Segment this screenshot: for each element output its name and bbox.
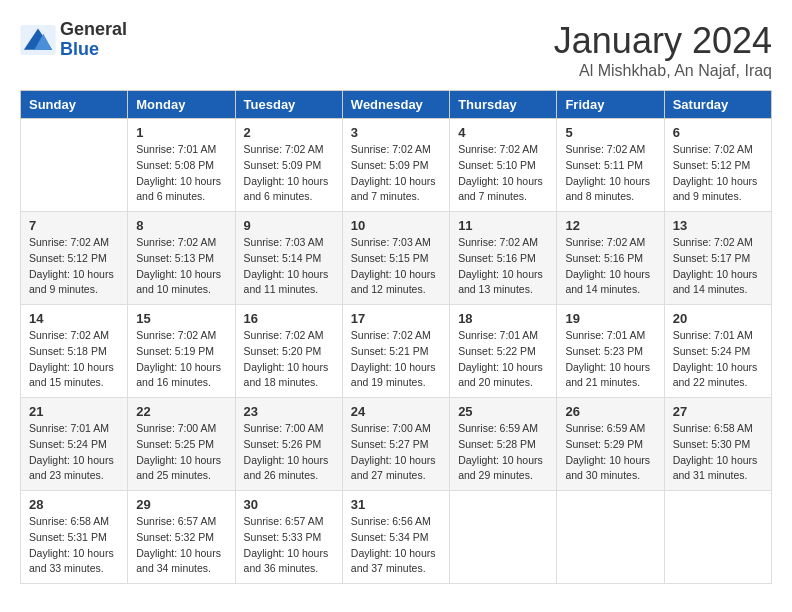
day-number: 6 [673,125,763,140]
day-number: 7 [29,218,119,233]
day-number: 30 [244,497,334,512]
day-info: Sunrise: 7:02 AMSunset: 5:11 PMDaylight:… [565,142,655,205]
day-info: Sunrise: 7:02 AMSunset: 5:16 PMDaylight:… [565,235,655,298]
day-info: Sunrise: 7:02 AMSunset: 5:12 PMDaylight:… [673,142,763,205]
day-cell: 15Sunrise: 7:02 AMSunset: 5:19 PMDayligh… [128,305,235,398]
day-cell: 25Sunrise: 6:59 AMSunset: 5:28 PMDayligh… [450,398,557,491]
day-cell: 8Sunrise: 7:02 AMSunset: 5:13 PMDaylight… [128,212,235,305]
day-number: 9 [244,218,334,233]
day-info: Sunrise: 7:02 AMSunset: 5:13 PMDaylight:… [136,235,226,298]
day-number: 16 [244,311,334,326]
day-number: 28 [29,497,119,512]
day-number: 12 [565,218,655,233]
column-header-friday: Friday [557,91,664,119]
calendar-header-row: SundayMondayTuesdayWednesdayThursdayFrid… [21,91,772,119]
day-number: 5 [565,125,655,140]
day-number: 8 [136,218,226,233]
day-number: 2 [244,125,334,140]
day-info: Sunrise: 6:58 AMSunset: 5:30 PMDaylight:… [673,421,763,484]
day-cell [21,119,128,212]
day-cell: 20Sunrise: 7:01 AMSunset: 5:24 PMDayligh… [664,305,771,398]
title-section: January 2024 Al Mishkhab, An Najaf, Iraq [554,20,772,80]
day-number: 11 [458,218,548,233]
day-info: Sunrise: 6:57 AMSunset: 5:32 PMDaylight:… [136,514,226,577]
day-info: Sunrise: 7:01 AMSunset: 5:22 PMDaylight:… [458,328,548,391]
day-number: 22 [136,404,226,419]
day-cell: 1Sunrise: 7:01 AMSunset: 5:08 PMDaylight… [128,119,235,212]
day-cell: 11Sunrise: 7:02 AMSunset: 5:16 PMDayligh… [450,212,557,305]
logo-text-general: General [60,19,127,39]
day-cell: 29Sunrise: 6:57 AMSunset: 5:32 PMDayligh… [128,491,235,584]
header: General Blue January 2024 Al Mishkhab, A… [20,20,772,80]
day-cell: 16Sunrise: 7:02 AMSunset: 5:20 PMDayligh… [235,305,342,398]
day-cell: 22Sunrise: 7:00 AMSunset: 5:25 PMDayligh… [128,398,235,491]
day-info: Sunrise: 7:02 AMSunset: 5:12 PMDaylight:… [29,235,119,298]
day-cell: 6Sunrise: 7:02 AMSunset: 5:12 PMDaylight… [664,119,771,212]
day-number: 14 [29,311,119,326]
day-number: 10 [351,218,441,233]
day-cell: 13Sunrise: 7:02 AMSunset: 5:17 PMDayligh… [664,212,771,305]
day-number: 15 [136,311,226,326]
day-cell: 4Sunrise: 7:02 AMSunset: 5:10 PMDaylight… [450,119,557,212]
day-info: Sunrise: 7:02 AMSunset: 5:18 PMDaylight:… [29,328,119,391]
day-cell [664,491,771,584]
day-info: Sunrise: 7:00 AMSunset: 5:26 PMDaylight:… [244,421,334,484]
day-cell: 10Sunrise: 7:03 AMSunset: 5:15 PMDayligh… [342,212,449,305]
day-info: Sunrise: 7:01 AMSunset: 5:24 PMDaylight:… [29,421,119,484]
day-info: Sunrise: 7:03 AMSunset: 5:15 PMDaylight:… [351,235,441,298]
day-cell: 24Sunrise: 7:00 AMSunset: 5:27 PMDayligh… [342,398,449,491]
week-row-2: 7Sunrise: 7:02 AMSunset: 5:12 PMDaylight… [21,212,772,305]
day-cell: 17Sunrise: 7:02 AMSunset: 5:21 PMDayligh… [342,305,449,398]
logo-text-blue: Blue [60,39,99,59]
day-number: 31 [351,497,441,512]
day-number: 1 [136,125,226,140]
day-cell: 14Sunrise: 7:02 AMSunset: 5:18 PMDayligh… [21,305,128,398]
day-info: Sunrise: 7:01 AMSunset: 5:24 PMDaylight:… [673,328,763,391]
calendar-table: SundayMondayTuesdayWednesdayThursdayFrid… [20,90,772,584]
day-cell: 12Sunrise: 7:02 AMSunset: 5:16 PMDayligh… [557,212,664,305]
day-cell: 30Sunrise: 6:57 AMSunset: 5:33 PMDayligh… [235,491,342,584]
day-number: 26 [565,404,655,419]
day-info: Sunrise: 7:00 AMSunset: 5:25 PMDaylight:… [136,421,226,484]
day-cell: 27Sunrise: 6:58 AMSunset: 5:30 PMDayligh… [664,398,771,491]
day-info: Sunrise: 6:59 AMSunset: 5:28 PMDaylight:… [458,421,548,484]
day-cell: 18Sunrise: 7:01 AMSunset: 5:22 PMDayligh… [450,305,557,398]
day-cell: 23Sunrise: 7:00 AMSunset: 5:26 PMDayligh… [235,398,342,491]
day-number: 23 [244,404,334,419]
month-title: January 2024 [554,20,772,62]
logo: General Blue [20,20,127,60]
day-info: Sunrise: 7:02 AMSunset: 5:19 PMDaylight:… [136,328,226,391]
day-cell: 19Sunrise: 7:01 AMSunset: 5:23 PMDayligh… [557,305,664,398]
day-info: Sunrise: 7:02 AMSunset: 5:16 PMDaylight:… [458,235,548,298]
day-cell: 7Sunrise: 7:02 AMSunset: 5:12 PMDaylight… [21,212,128,305]
column-header-sunday: Sunday [21,91,128,119]
day-cell [557,491,664,584]
day-info: Sunrise: 7:02 AMSunset: 5:20 PMDaylight:… [244,328,334,391]
column-header-monday: Monday [128,91,235,119]
logo-icon [20,25,56,55]
day-info: Sunrise: 7:02 AMSunset: 5:09 PMDaylight:… [351,142,441,205]
column-header-saturday: Saturday [664,91,771,119]
day-cell: 31Sunrise: 6:56 AMSunset: 5:34 PMDayligh… [342,491,449,584]
day-cell [450,491,557,584]
column-header-wednesday: Wednesday [342,91,449,119]
day-info: Sunrise: 7:01 AMSunset: 5:08 PMDaylight:… [136,142,226,205]
day-cell: 26Sunrise: 6:59 AMSunset: 5:29 PMDayligh… [557,398,664,491]
day-number: 21 [29,404,119,419]
day-number: 19 [565,311,655,326]
day-cell: 9Sunrise: 7:03 AMSunset: 5:14 PMDaylight… [235,212,342,305]
day-number: 20 [673,311,763,326]
day-cell: 21Sunrise: 7:01 AMSunset: 5:24 PMDayligh… [21,398,128,491]
location-subtitle: Al Mishkhab, An Najaf, Iraq [554,62,772,80]
day-number: 3 [351,125,441,140]
day-info: Sunrise: 6:58 AMSunset: 5:31 PMDaylight:… [29,514,119,577]
day-info: Sunrise: 7:02 AMSunset: 5:21 PMDaylight:… [351,328,441,391]
day-cell: 2Sunrise: 7:02 AMSunset: 5:09 PMDaylight… [235,119,342,212]
day-info: Sunrise: 7:03 AMSunset: 5:14 PMDaylight:… [244,235,334,298]
day-number: 13 [673,218,763,233]
week-row-4: 21Sunrise: 7:01 AMSunset: 5:24 PMDayligh… [21,398,772,491]
day-number: 25 [458,404,548,419]
day-cell: 5Sunrise: 7:02 AMSunset: 5:11 PMDaylight… [557,119,664,212]
week-row-1: 1Sunrise: 7:01 AMSunset: 5:08 PMDaylight… [21,119,772,212]
week-row-5: 28Sunrise: 6:58 AMSunset: 5:31 PMDayligh… [21,491,772,584]
